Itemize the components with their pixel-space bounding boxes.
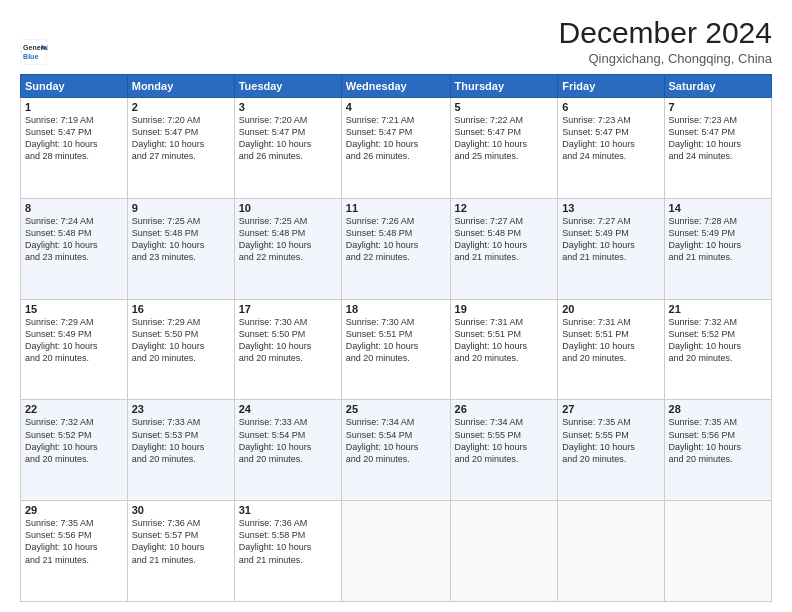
day-number: 30 xyxy=(132,504,230,516)
col-header-friday: Friday xyxy=(558,75,664,98)
calendar-cell: 29Sunrise: 7:35 AM Sunset: 5:56 PM Dayli… xyxy=(21,501,128,602)
calendar-cell: 23Sunrise: 7:33 AM Sunset: 5:53 PM Dayli… xyxy=(127,400,234,501)
day-number: 2 xyxy=(132,101,230,113)
day-info: Sunrise: 7:19 AM Sunset: 5:47 PM Dayligh… xyxy=(25,114,123,163)
day-number: 15 xyxy=(25,303,123,315)
calendar-cell: 17Sunrise: 7:30 AM Sunset: 5:50 PM Dayli… xyxy=(234,299,341,400)
day-info: Sunrise: 7:35 AM Sunset: 5:55 PM Dayligh… xyxy=(562,416,659,465)
calendar-cell: 13Sunrise: 7:27 AM Sunset: 5:49 PM Dayli… xyxy=(558,198,664,299)
day-number: 3 xyxy=(239,101,337,113)
day-info: Sunrise: 7:36 AM Sunset: 5:58 PM Dayligh… xyxy=(239,517,337,566)
main-title: December 2024 xyxy=(559,16,772,49)
day-number: 13 xyxy=(562,202,659,214)
calendar-cell: 27Sunrise: 7:35 AM Sunset: 5:55 PM Dayli… xyxy=(558,400,664,501)
day-info: Sunrise: 7:28 AM Sunset: 5:49 PM Dayligh… xyxy=(669,215,767,264)
svg-rect-0 xyxy=(22,40,47,65)
calendar-cell: 11Sunrise: 7:26 AM Sunset: 5:48 PM Dayli… xyxy=(341,198,450,299)
logo-icon: General Blue xyxy=(20,38,48,66)
col-header-tuesday: Tuesday xyxy=(234,75,341,98)
day-number: 4 xyxy=(346,101,446,113)
calendar-cell xyxy=(341,501,450,602)
calendar-cell: 10Sunrise: 7:25 AM Sunset: 5:48 PM Dayli… xyxy=(234,198,341,299)
calendar-cell: 8Sunrise: 7:24 AM Sunset: 5:48 PM Daylig… xyxy=(21,198,128,299)
calendar-cell: 9Sunrise: 7:25 AM Sunset: 5:48 PM Daylig… xyxy=(127,198,234,299)
logo: General Blue xyxy=(20,38,48,66)
day-info: Sunrise: 7:31 AM Sunset: 5:51 PM Dayligh… xyxy=(562,316,659,365)
calendar-cell: 6Sunrise: 7:23 AM Sunset: 5:47 PM Daylig… xyxy=(558,98,664,199)
day-number: 6 xyxy=(562,101,659,113)
day-number: 26 xyxy=(455,403,554,415)
calendar-cell: 30Sunrise: 7:36 AM Sunset: 5:57 PM Dayli… xyxy=(127,501,234,602)
day-info: Sunrise: 7:30 AM Sunset: 5:50 PM Dayligh… xyxy=(239,316,337,365)
day-info: Sunrise: 7:33 AM Sunset: 5:54 PM Dayligh… xyxy=(239,416,337,465)
day-info: Sunrise: 7:29 AM Sunset: 5:50 PM Dayligh… xyxy=(132,316,230,365)
day-number: 18 xyxy=(346,303,446,315)
svg-text:Blue: Blue xyxy=(23,53,38,60)
calendar-cell: 5Sunrise: 7:22 AM Sunset: 5:47 PM Daylig… xyxy=(450,98,558,199)
day-number: 20 xyxy=(562,303,659,315)
calendar-cell: 18Sunrise: 7:30 AM Sunset: 5:51 PM Dayli… xyxy=(341,299,450,400)
day-info: Sunrise: 7:35 AM Sunset: 5:56 PM Dayligh… xyxy=(669,416,767,465)
calendar-cell: 14Sunrise: 7:28 AM Sunset: 5:49 PM Dayli… xyxy=(664,198,771,299)
calendar-cell: 15Sunrise: 7:29 AM Sunset: 5:49 PM Dayli… xyxy=(21,299,128,400)
day-number: 7 xyxy=(669,101,767,113)
day-number: 14 xyxy=(669,202,767,214)
calendar-cell: 2Sunrise: 7:20 AM Sunset: 5:47 PM Daylig… xyxy=(127,98,234,199)
day-info: Sunrise: 7:25 AM Sunset: 5:48 PM Dayligh… xyxy=(132,215,230,264)
calendar-cell: 16Sunrise: 7:29 AM Sunset: 5:50 PM Dayli… xyxy=(127,299,234,400)
col-header-wednesday: Wednesday xyxy=(341,75,450,98)
subtitle: Qingxichang, Chongqing, China xyxy=(559,51,772,66)
day-number: 8 xyxy=(25,202,123,214)
day-info: Sunrise: 7:35 AM Sunset: 5:56 PM Dayligh… xyxy=(25,517,123,566)
day-info: Sunrise: 7:34 AM Sunset: 5:55 PM Dayligh… xyxy=(455,416,554,465)
day-info: Sunrise: 7:31 AM Sunset: 5:51 PM Dayligh… xyxy=(455,316,554,365)
col-header-saturday: Saturday xyxy=(664,75,771,98)
title-block: December 2024 Qingxichang, Chongqing, Ch… xyxy=(559,16,772,66)
day-number: 25 xyxy=(346,403,446,415)
calendar-cell: 3Sunrise: 7:20 AM Sunset: 5:47 PM Daylig… xyxy=(234,98,341,199)
day-info: Sunrise: 7:25 AM Sunset: 5:48 PM Dayligh… xyxy=(239,215,337,264)
day-info: Sunrise: 7:30 AM Sunset: 5:51 PM Dayligh… xyxy=(346,316,446,365)
day-info: Sunrise: 7:32 AM Sunset: 5:52 PM Dayligh… xyxy=(25,416,123,465)
col-header-thursday: Thursday xyxy=(450,75,558,98)
day-info: Sunrise: 7:27 AM Sunset: 5:48 PM Dayligh… xyxy=(455,215,554,264)
day-number: 1 xyxy=(25,101,123,113)
calendar-cell: 26Sunrise: 7:34 AM Sunset: 5:55 PM Dayli… xyxy=(450,400,558,501)
day-number: 24 xyxy=(239,403,337,415)
day-info: Sunrise: 7:32 AM Sunset: 5:52 PM Dayligh… xyxy=(669,316,767,365)
col-header-monday: Monday xyxy=(127,75,234,98)
day-number: 9 xyxy=(132,202,230,214)
calendar: SundayMondayTuesdayWednesdayThursdayFrid… xyxy=(20,74,772,602)
day-number: 31 xyxy=(239,504,337,516)
day-info: Sunrise: 7:20 AM Sunset: 5:47 PM Dayligh… xyxy=(132,114,230,163)
calendar-cell xyxy=(558,501,664,602)
day-number: 12 xyxy=(455,202,554,214)
day-info: Sunrise: 7:26 AM Sunset: 5:48 PM Dayligh… xyxy=(346,215,446,264)
calendar-cell: 24Sunrise: 7:33 AM Sunset: 5:54 PM Dayli… xyxy=(234,400,341,501)
day-number: 17 xyxy=(239,303,337,315)
day-info: Sunrise: 7:24 AM Sunset: 5:48 PM Dayligh… xyxy=(25,215,123,264)
calendar-cell: 21Sunrise: 7:32 AM Sunset: 5:52 PM Dayli… xyxy=(664,299,771,400)
calendar-cell: 19Sunrise: 7:31 AM Sunset: 5:51 PM Dayli… xyxy=(450,299,558,400)
day-number: 22 xyxy=(25,403,123,415)
calendar-cell: 7Sunrise: 7:23 AM Sunset: 5:47 PM Daylig… xyxy=(664,98,771,199)
day-number: 28 xyxy=(669,403,767,415)
day-info: Sunrise: 7:27 AM Sunset: 5:49 PM Dayligh… xyxy=(562,215,659,264)
calendar-cell: 22Sunrise: 7:32 AM Sunset: 5:52 PM Dayli… xyxy=(21,400,128,501)
day-number: 19 xyxy=(455,303,554,315)
calendar-cell: 12Sunrise: 7:27 AM Sunset: 5:48 PM Dayli… xyxy=(450,198,558,299)
day-info: Sunrise: 7:22 AM Sunset: 5:47 PM Dayligh… xyxy=(455,114,554,163)
day-number: 5 xyxy=(455,101,554,113)
day-info: Sunrise: 7:29 AM Sunset: 5:49 PM Dayligh… xyxy=(25,316,123,365)
col-header-sunday: Sunday xyxy=(21,75,128,98)
calendar-cell: 31Sunrise: 7:36 AM Sunset: 5:58 PM Dayli… xyxy=(234,501,341,602)
day-info: Sunrise: 7:36 AM Sunset: 5:57 PM Dayligh… xyxy=(132,517,230,566)
day-info: Sunrise: 7:23 AM Sunset: 5:47 PM Dayligh… xyxy=(669,114,767,163)
day-number: 10 xyxy=(239,202,337,214)
day-info: Sunrise: 7:23 AM Sunset: 5:47 PM Dayligh… xyxy=(562,114,659,163)
calendar-cell: 1Sunrise: 7:19 AM Sunset: 5:47 PM Daylig… xyxy=(21,98,128,199)
day-info: Sunrise: 7:21 AM Sunset: 5:47 PM Dayligh… xyxy=(346,114,446,163)
day-info: Sunrise: 7:34 AM Sunset: 5:54 PM Dayligh… xyxy=(346,416,446,465)
calendar-cell: 4Sunrise: 7:21 AM Sunset: 5:47 PM Daylig… xyxy=(341,98,450,199)
day-number: 29 xyxy=(25,504,123,516)
